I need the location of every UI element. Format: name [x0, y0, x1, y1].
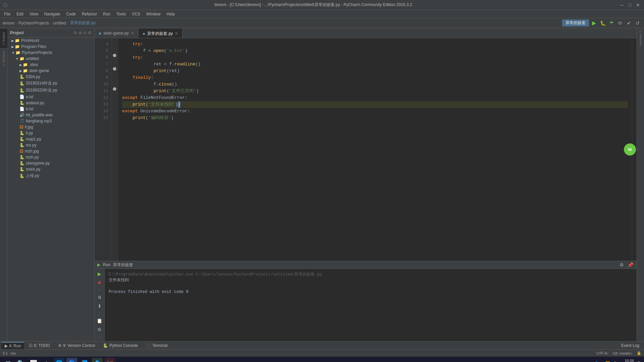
code-content[interactable]: try: f = open('v.txt') try: ret = f.read… — [118, 38, 632, 261]
code-line-4: try: — [122, 41, 628, 48]
sidebar-expand-icon[interactable]: ⊕ — [78, 31, 82, 35]
file-tree-item[interactable]: ▶📁Program Files — [7, 44, 94, 50]
favorites-item[interactable]: 2: Favorites — [637, 28, 644, 48]
debug-button[interactable]: 🐛 — [599, 19, 606, 27]
file-tree-item[interactable]: 🐍ll.py — [7, 130, 94, 136]
menu-code[interactable]: Code — [63, 11, 78, 17]
tab-exception-icon: ● — [143, 31, 145, 36]
file-tree-item[interactable]: 🐍mzh.py — [7, 154, 94, 160]
menu-window[interactable]: Window — [144, 11, 163, 17]
file-tree-item[interactable]: ▶📁PrintHood — [7, 38, 94, 44]
tab-skier-close[interactable]: ✕ — [131, 31, 134, 36]
breadcrumb-item-untitled[interactable]: untitled — [53, 21, 66, 25]
run-close-button[interactable]: ✕ — [96, 341, 103, 341]
code-line-5: f = open('v.txt') — [122, 48, 628, 54]
menu-run[interactable]: Run — [100, 11, 113, 17]
sidebar-item-project[interactable]: 1: Project — [0, 28, 7, 48]
menu-edit[interactable]: Edit — [14, 11, 26, 17]
file-tree-item[interactable]: ▶📁skier-game — [7, 68, 94, 74]
bottom-tab-terminal[interactable]: ⬛ Terminal — [143, 342, 171, 349]
file-tree-item[interactable]: 📄b.txt — [7, 106, 94, 112]
file-tree-item[interactable]: 🐍asdasd.py — [7, 100, 94, 106]
quality-indicator: 56 — [624, 143, 636, 156]
bottom-tab-todo[interactable]: ☑ 6: TODO — [25, 342, 53, 349]
file-tree-item[interactable]: 🐍map1.py — [7, 136, 94, 142]
file-tree-item[interactable]: 🐍skiergame.py — [7, 160, 94, 166]
coverage-button[interactable]: ☂ — [608, 19, 615, 27]
sidebar-title: Project — [10, 31, 24, 35]
status-git[interactable]: Git: master↕ — [613, 351, 633, 355]
close-button[interactable]: ✕ — [635, 2, 641, 8]
taskbar-extra-button[interactable]: 🦅 — [105, 358, 115, 362]
clock-time: 16:06 — [620, 358, 634, 362]
vcs-update-button[interactable]: ⟳ — [616, 19, 624, 27]
file-tree-item[interactable]: 🎵liangliang.mp3 — [7, 118, 94, 124]
task-view-button[interactable]: ⬜ — [28, 358, 39, 362]
sidebar-gear-icon[interactable]: ⚙ — [88, 31, 92, 35]
file-tree-item[interactable]: 🐍mz.py — [7, 142, 94, 148]
clock-date[interactable]: 16:06 2019/4/8 — [620, 358, 634, 362]
event-log-tab[interactable]: Event Log — [618, 342, 643, 349]
menu-refactor[interactable]: Refactor — [79, 11, 100, 17]
sidebar-item-structure[interactable]: 2: Structure — [0, 48, 7, 68]
breadcrumb-item-lenovo[interactable]: lenovo — [3, 21, 14, 25]
bottom-tab-python-console[interactable]: 🐍 Python Console — [100, 342, 141, 349]
run-button[interactable]: ▶ — [590, 19, 598, 27]
bottom-tab-vcs[interactable]: ⑨ 9: Version Control — [55, 342, 98, 349]
run-panel-settings[interactable]: ⚙ — [618, 261, 625, 268]
run-restart-button[interactable]: ▶ — [96, 270, 103, 278]
start-button[interactable]: ⊞ — [3, 358, 13, 362]
taskbar-word-button[interactable]: 📘 — [79, 358, 90, 362]
tab-exception[interactable]: ● 异常的嵌套.py ✕ — [139, 28, 182, 38]
sidebar-settings-icon[interactable]: ⚙ — [73, 31, 77, 35]
window-title: lenovo - [C:\Users\lenovo] - ...\Pycharm… — [7, 2, 619, 8]
run-stop-button[interactable]: ■ — [96, 279, 103, 286]
run-selector[interactable]: 异常的嵌套 — [562, 19, 589, 26]
file-tree-item[interactable]: ▼📁PycharmProjects — [7, 50, 94, 56]
taskbar-star-button[interactable]: ★ — [41, 358, 52, 362]
run-scroll-button[interactable]: ⬇ — [96, 302, 103, 310]
undo-button[interactable]: ↺ — [634, 19, 641, 27]
file-tree-item[interactable]: 🐍上传.py — [7, 172, 94, 179]
menu-help[interactable]: Help — [164, 11, 178, 17]
run-settings-button[interactable]: ⚙ — [96, 326, 103, 333]
taskbar-edge-button[interactable]: 🌐 — [54, 358, 64, 362]
tab-exception-close[interactable]: ✕ — [175, 31, 178, 36]
vcs-commit-button[interactable]: ✔ — [625, 19, 633, 27]
breadcrumb-item-pyprojects[interactable]: PycharmProjects — [18, 21, 49, 25]
run-tab-name[interactable]: 异常的嵌套 — [113, 262, 133, 268]
run-tab-label: 4: Run — [9, 344, 21, 348]
search-button[interactable]: 🔍 — [15, 358, 26, 362]
file-tree-item[interactable]: 🖼ll.jpg — [7, 124, 94, 130]
status-encoding[interactable]: UTF-8↕ — [596, 351, 609, 355]
minimize-button[interactable]: ─ — [619, 2, 625, 8]
file-tree-item[interactable]: 🐍snick.py — [7, 166, 94, 172]
run-pause-button[interactable]: ⏸ — [96, 294, 103, 301]
toolbar-right: 异常的嵌套 ▶ 🐛 ☂ ⟳ ✔ ↺ — [562, 19, 641, 27]
menu-file[interactable]: File — [1, 11, 13, 17]
menu-navigate[interactable]: Navigate — [42, 11, 63, 17]
file-tree-item[interactable]: 🐍0304.py — [7, 74, 94, 80]
menu-tools[interactable]: Tools — [114, 11, 128, 17]
run-panel-header: ▶ Run 异常的嵌套 ⚙ 📌 — [95, 261, 637, 269]
status-right: UTF-8↕ Git: master↕ 🔒 — [596, 351, 641, 355]
run-icon: ▶ — [97, 262, 100, 267]
file-tree-item[interactable]: 🔊hit_paddle.wav — [7, 112, 94, 118]
taskbar-pycharm-button[interactable]: 🔷 — [92, 358, 103, 362]
run-dump-button[interactable]: 📋 — [96, 317, 103, 324]
file-tree-item[interactable]: 🖼mzh.jpg — [7, 148, 94, 154]
file-tree-item[interactable]: 🐍20190314作业.py — [7, 80, 94, 87]
file-tree-item[interactable]: 🐍20190320作业.py — [7, 87, 94, 94]
bottom-tab-run[interactable]: ▶ 4: Run — [1, 342, 24, 349]
file-tree-item[interactable]: ▼📁untitled — [7, 56, 94, 62]
file-tree-item[interactable]: ▶📁.idea — [7, 62, 94, 68]
breadcrumb-item-file[interactable]: 异常的嵌套.py — [70, 20, 96, 26]
taskbar-blue-button[interactable]: 🔵 — [66, 358, 77, 362]
file-tree-item[interactable]: 📄a.txt — [7, 94, 94, 100]
tab-skier-game[interactable]: ● skier-game.py ✕ — [95, 28, 139, 38]
menu-vcs[interactable]: VCS — [129, 11, 143, 17]
maximize-button[interactable]: □ — [627, 2, 633, 8]
run-panel-pin[interactable]: 📌 — [627, 261, 634, 268]
menu-view[interactable]: View — [27, 11, 41, 17]
sidebar-collapse-icon[interactable]: ⊖ — [83, 31, 87, 35]
